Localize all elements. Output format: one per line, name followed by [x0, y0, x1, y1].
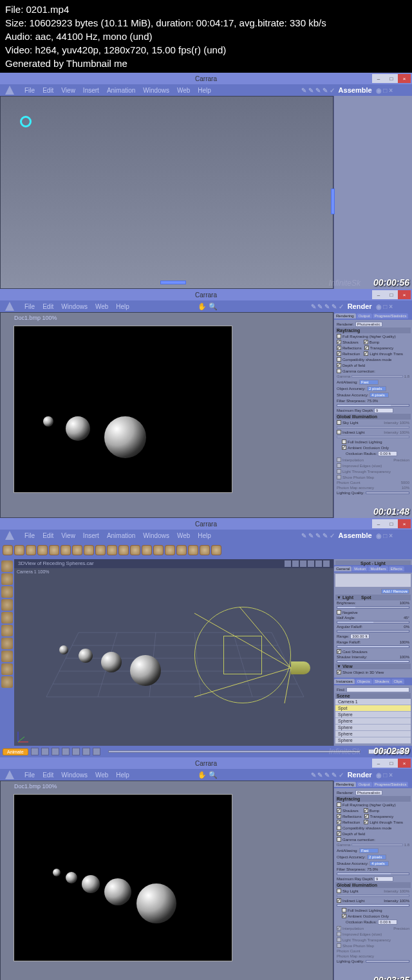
sky-light-checkbox[interactable] — [337, 889, 341, 893]
room-icons[interactable]: ✎ ✎ ✎ ✎ ✓ — [311, 303, 344, 310]
refraction-checkbox[interactable] — [337, 351, 341, 356]
scene-item-sphere[interactable]: Sphere — [335, 725, 411, 731]
amb-occ-checkbox[interactable] — [342, 445, 346, 450]
tool-terrain-icon[interactable] — [118, 545, 129, 555]
render-window[interactable]: Doc1.bmp 100% — [14, 326, 232, 493]
gamma-checkbox[interactable] — [337, 837, 341, 842]
indirect-checkbox[interactable] — [337, 430, 341, 434]
minimize-button[interactable]: – — [372, 519, 385, 528]
render-window[interactable]: Doc1.bmp 100% — [14, 794, 232, 961]
shadows-checkbox[interactable] — [337, 340, 341, 344]
tab-general[interactable]: General — [334, 566, 351, 571]
tool-cone-icon[interactable] — [26, 545, 36, 555]
renderer-select[interactable]: Photorealistic — [355, 322, 382, 327]
menu-file[interactable]: File — [24, 303, 35, 310]
gamma-slider[interactable] — [351, 844, 402, 846]
find-input[interactable] — [346, 687, 409, 692]
aa-select[interactable]: Fast — [359, 848, 379, 853]
imp-edges-checkbox[interactable] — [337, 463, 341, 468]
room-icons[interactable]: ✎ ✎ ✎ ✎ ✓ — [301, 532, 334, 539]
tool-select-icon[interactable] — [1, 560, 13, 572]
scene-item-camera[interactable]: Camera 1 — [335, 699, 411, 705]
tool-cloud-icon[interactable] — [153, 545, 164, 555]
sphere-object[interactable] — [79, 649, 93, 663]
maximize-button[interactable]: □ — [385, 519, 398, 528]
timeline-slider[interactable] — [108, 750, 360, 753]
menu-web[interactable]: Web — [177, 532, 190, 539]
minimize-button[interactable]: – — [372, 74, 385, 83]
tool-pan-icon[interactable] — [1, 612, 13, 624]
menu-edit[interactable]: Edit — [42, 303, 53, 310]
reflections-checkbox[interactable] — [337, 814, 341, 818]
rewind-button[interactable] — [31, 748, 39, 755]
gamma-slider[interactable] — [351, 375, 402, 378]
full-raytracing-checkbox[interactable] — [337, 802, 341, 807]
menu-animation[interactable]: Animation — [107, 87, 135, 94]
filter-slider[interactable] — [337, 873, 409, 875]
tool-vertex-icon[interactable] — [95, 545, 106, 555]
indirect-checkbox[interactable] — [337, 898, 341, 903]
tool-scale-icon[interactable] — [1, 599, 13, 611]
menu-help[interactable]: Help — [198, 532, 211, 539]
light-transp-checkbox[interactable] — [337, 938, 341, 942]
view-toggle-icons[interactable]: ◉ □ × — [376, 303, 393, 310]
display-mode-icon[interactable] — [300, 560, 306, 567]
tool-target-icon[interactable] — [211, 545, 221, 555]
resize-handle-right[interactable] — [331, 189, 335, 214]
scene-item-sphere[interactable]: Sphere — [335, 731, 411, 737]
tool-particle-icon[interactable] — [176, 545, 187, 555]
full-raytracing-checkbox[interactable] — [337, 334, 341, 338]
forward-button[interactable] — [82, 748, 90, 755]
tool-cube-icon[interactable] — [14, 545, 24, 555]
tool-eyedrop-icon[interactable] — [1, 651, 13, 662]
close-button[interactable]: × — [398, 74, 411, 83]
transparency-checkbox[interactable] — [364, 814, 369, 818]
range-input[interactable]: 300.00 ft — [350, 634, 370, 639]
play-button[interactable] — [52, 748, 59, 755]
menu-windows[interactable]: Windows — [61, 303, 88, 310]
refraction-checkbox[interactable] — [337, 820, 341, 824]
bump-checkbox[interactable] — [364, 808, 368, 813]
menu-windows[interactable]: Windows — [143, 532, 169, 539]
reflections-checkbox[interactable] — [337, 346, 341, 350]
close-button[interactable]: × — [398, 290, 411, 299]
dof-checkbox[interactable] — [337, 363, 341, 367]
display-mode-icon[interactable] — [292, 560, 299, 567]
filter-slider[interactable] — [337, 404, 409, 407]
sphere-object[interactable] — [59, 645, 68, 654]
ray-depth-input[interactable]: 9 — [374, 408, 393, 413]
compat-checkbox[interactable] — [337, 826, 341, 830]
menu-view[interactable]: View — [61, 87, 75, 94]
menu-animation[interactable]: Animation — [107, 532, 135, 539]
tool-camera-icon[interactable] — [200, 545, 210, 555]
bump-checkbox[interactable] — [364, 340, 368, 344]
light-target-icon[interactable] — [223, 636, 262, 674]
tool-plant-icon[interactable] — [130, 545, 140, 555]
obj-acc-select[interactable]: 2 pixels — [367, 855, 386, 860]
view-toggle-icons[interactable]: ◉ □ × — [376, 532, 393, 539]
tool-zoom-icon[interactable] — [1, 625, 13, 636]
maximize-button[interactable]: □ — [385, 759, 398, 768]
indirect-slider[interactable] — [337, 436, 409, 438]
sky-slider[interactable] — [337, 894, 409, 897]
maximize-button[interactable]: □ — [385, 290, 398, 299]
tab-motion[interactable]: Motion — [352, 566, 368, 571]
menu-view[interactable]: View — [61, 532, 75, 539]
menu-windows[interactable]: Windows — [143, 87, 169, 94]
menu-help[interactable]: Help — [198, 87, 211, 94]
full-indirect-checkbox[interactable] — [342, 439, 346, 444]
interp-checkbox[interactable] — [337, 926, 341, 930]
show-photon-checkbox[interactable] — [337, 475, 341, 479]
menu-help[interactable]: Help — [116, 303, 129, 310]
tab-rendering[interactable]: Rendering — [334, 313, 356, 319]
interp-checkbox[interactable] — [337, 458, 341, 462]
light-trans-checkbox[interactable] — [364, 820, 368, 824]
menu-file[interactable]: File — [24, 772, 35, 779]
display-mode-icon[interactable] — [323, 560, 330, 567]
brightness-slider[interactable] — [337, 606, 409, 609]
next-frame-button[interactable] — [72, 748, 80, 755]
show-obj-checkbox[interactable] — [337, 670, 341, 674]
mode-render[interactable]: Render — [348, 302, 372, 310]
tool-metaball-icon[interactable] — [107, 545, 117, 555]
tab-output[interactable]: Output — [357, 313, 372, 319]
